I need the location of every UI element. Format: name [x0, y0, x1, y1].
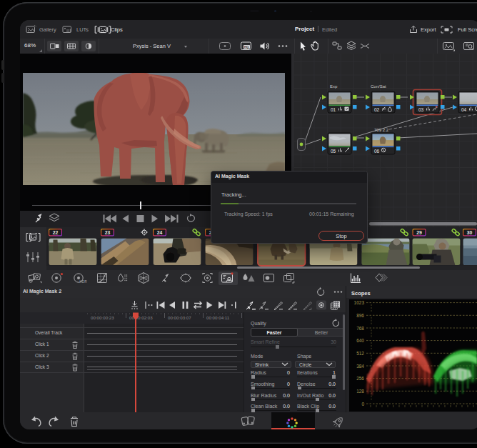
- svg-text:Con/Sat: Con/Sat: [371, 84, 386, 89]
- svg-text:30: 30: [467, 230, 473, 235]
- svg-text:128: 128: [356, 389, 364, 394]
- svg-text:29: 29: [416, 230, 422, 235]
- svg-text:23: 23: [105, 230, 111, 235]
- svg-text:03: 03: [418, 107, 424, 112]
- svg-text:1023: 1023: [354, 300, 365, 305]
- svg-text:384: 384: [356, 364, 364, 369]
- svg-text:Exp: Exp: [330, 84, 338, 89]
- svg-text:896: 896: [356, 313, 364, 318]
- svg-text:709 2.2: 709 2.2: [374, 128, 389, 132]
- svg-text:04: 04: [461, 107, 467, 112]
- svg-text:02: 02: [374, 107, 380, 112]
- svg-text:640: 640: [356, 338, 364, 343]
- svg-text:24: 24: [157, 230, 163, 235]
- svg-text:256: 256: [356, 376, 364, 381]
- svg-text:HQ: HQ: [244, 45, 249, 49]
- svg-text:01: 01: [331, 107, 336, 112]
- svg-text:512: 512: [356, 351, 364, 356]
- svg-text:06: 06: [374, 149, 380, 154]
- svg-text:HDR: HDR: [80, 280, 88, 284]
- svg-text:768: 768: [356, 326, 364, 331]
- svg-text:22: 22: [53, 230, 59, 235]
- svg-text:05: 05: [331, 149, 336, 154]
- svg-text:0: 0: [361, 402, 364, 407]
